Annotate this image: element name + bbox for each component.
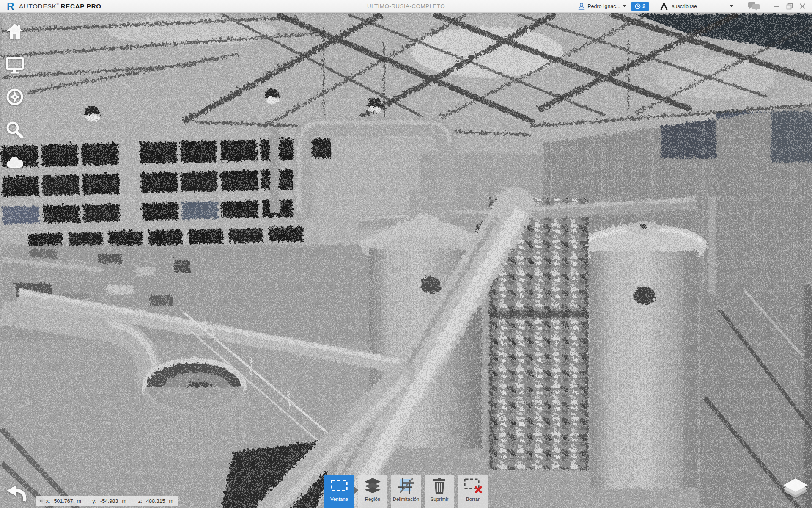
y-label: y: (92, 498, 96, 504)
y-unit: m (122, 498, 126, 504)
chat-bubbles-icon (748, 2, 760, 11)
z-label: z: (138, 498, 143, 504)
minimize-button[interactable] (771, 0, 783, 13)
tool-label: Borrar (466, 497, 480, 502)
tool-button-region[interactable]: Región (358, 475, 387, 508)
subscribe-menu[interactable]: suscribirse (660, 3, 733, 10)
x-value: 501.767 (54, 498, 73, 504)
user-icon (578, 3, 585, 10)
chevron-down-icon (730, 5, 733, 7)
close-button[interactable] (796, 0, 809, 13)
restore-button[interactable] (783, 0, 796, 13)
window-controls (771, 0, 809, 13)
point-cloud-scene[interactable] (0, 13, 812, 508)
brand-text: AUTODESK®RECAP PRO (19, 3, 102, 10)
home-icon[interactable] (5, 22, 25, 41)
window-select-icon (330, 479, 348, 492)
autodesk-mark-icon (660, 3, 668, 10)
restore-icon (786, 3, 793, 10)
tool-button-ventana[interactable]: Ventana (324, 475, 354, 508)
close-icon (799, 3, 806, 9)
zoom-icon[interactable] (5, 120, 25, 140)
chevron-down-icon (623, 5, 626, 7)
svg-text:R: R (7, 1, 14, 11)
cloud-icon[interactable] (5, 153, 25, 173)
titlebar: R AUTODESK®RECAP PRO ULTIMO-RUSIA-COMPLE… (0, 0, 812, 13)
z-unit: m (169, 498, 173, 504)
navigation-wheel-icon[interactable] (5, 87, 25, 107)
back-arrow-button[interactable] (3, 483, 29, 503)
tool-label: Delimitación (393, 497, 420, 502)
tool-label: Región (365, 497, 380, 502)
user-menu[interactable]: Pedro Ignac... (576, 3, 629, 10)
coordinates-bar: x:501.767m y:-54.983m z:488.315m (36, 496, 178, 506)
x-label: x: (46, 498, 50, 504)
tool-label: Ventana (330, 497, 348, 502)
screen-icon[interactable] (5, 55, 25, 75)
notification-badge[interactable]: 2 (631, 2, 649, 11)
brand-product: RECAP PRO (61, 3, 102, 10)
minimize-icon (774, 3, 780, 9)
tool-button-suprimir[interactable]: Suprimir (425, 475, 454, 508)
x-unit: m (77, 498, 81, 504)
user-name: Pedro Ignac... (587, 3, 620, 9)
clock-icon (635, 3, 641, 9)
notification-count: 2 (642, 3, 645, 9)
y-value: -54.983 (100, 498, 118, 504)
feedback-chat-button[interactable] (748, 2, 760, 11)
delete-selection-icon (464, 478, 482, 493)
point-cloud-viewport[interactable]: x:501.767m y:-54.983m z:488.315m Ventana (0, 13, 812, 508)
recap-logo-icon: R (7, 1, 16, 11)
selection-toolbar: Ventana Región Delimitación (324, 475, 488, 508)
clip-limit-icon (398, 477, 414, 494)
app-logo: R AUTODESK®RECAP PRO (0, 1, 102, 11)
tool-button-delimitacion[interactable]: Delimitación (391, 475, 421, 508)
layers-region-icon (363, 478, 382, 494)
origin-sphere-icon (40, 497, 43, 505)
layers-stack-icon[interactable] (782, 478, 809, 501)
z-value: 488.315 (146, 498, 165, 504)
brand-autodesk: AUTODESK (19, 3, 57, 10)
brand-reg: ® (57, 3, 59, 6)
subscribe-label: suscribirse (672, 3, 697, 9)
trash-icon (432, 477, 447, 494)
tool-label: Suprimir (431, 497, 449, 502)
tool-button-borrar[interactable]: Borrar (458, 475, 488, 508)
